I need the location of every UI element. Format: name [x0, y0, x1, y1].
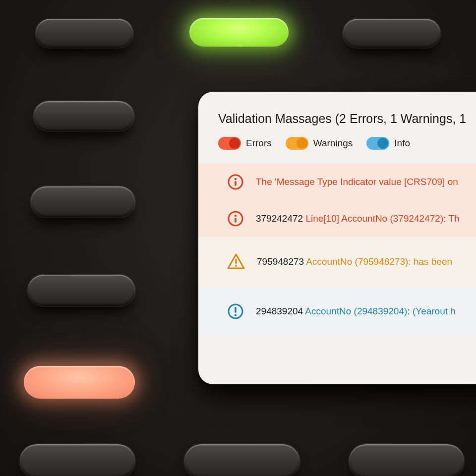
- svg-rect-5: [235, 218, 237, 223]
- message-text: 294839204 AccountNo (294839204): (Yearou…: [256, 306, 476, 317]
- toggle-info[interactable]: Info: [366, 137, 410, 150]
- svg-rect-6: [235, 259, 237, 264]
- info-icon: [226, 302, 245, 320]
- toggle-warnings-label: Warnings: [313, 138, 353, 149]
- message-row-error[interactable]: 379242472 Line[10] AccountNo (379242472)…: [198, 200, 476, 237]
- toggle-errors-label: Errors: [246, 138, 272, 149]
- bg-pill: [31, 186, 135, 217]
- toggle-info-label: Info: [394, 138, 410, 149]
- message-text: The 'Message Type Indicator value [CRS70…: [256, 177, 476, 187]
- panel-title: Validation Massages (2 Errors, 1 Warning…: [218, 112, 476, 126]
- toggle-info-track: [366, 137, 389, 150]
- message-row-info[interactable]: 294839204 AccountNo (294839204): (Yearou…: [198, 287, 476, 336]
- message-row-warning[interactable]: 795948273 AccountNo (795948273): has bee…: [198, 237, 476, 287]
- bg-pill: [34, 101, 134, 131]
- bg-pill: [349, 444, 464, 476]
- toggle-errors-track: [218, 137, 241, 150]
- error-icon: [226, 174, 245, 190]
- svg-point-10: [235, 314, 237, 316]
- svg-rect-9: [235, 307, 237, 313]
- bg-pill: [36, 19, 133, 48]
- bg-pill-lit-coral: [24, 366, 135, 399]
- bg-pill: [343, 19, 440, 48]
- svg-point-7: [235, 265, 237, 267]
- filter-toggles: Errors Warnings Info: [218, 137, 476, 150]
- message-list: The 'Message Type Indicator value [CRS70…: [198, 164, 476, 336]
- svg-rect-2: [235, 181, 237, 186]
- toggle-warnings[interactable]: Warnings: [286, 137, 353, 150]
- toggle-errors[interactable]: Errors: [218, 137, 272, 150]
- error-icon: [226, 210, 245, 227]
- toggle-warnings-track: [286, 137, 308, 150]
- message-row-error[interactable]: The 'Message Type Indicator value [CRS70…: [198, 164, 476, 200]
- bg-pill: [20, 444, 135, 476]
- message-text: 795948273 AccountNo (795948273): has bee…: [257, 256, 476, 267]
- bg-pill: [184, 444, 299, 476]
- warning-icon: [226, 252, 246, 272]
- bg-pill-lit-green: [189, 18, 289, 47]
- validation-messages-panel: Validation Massages (2 Errors, 1 Warning…: [198, 92, 476, 384]
- bg-pill: [28, 275, 135, 306]
- svg-point-4: [235, 215, 237, 217]
- message-text: 379242472 Line[10] AccountNo (379242472)…: [256, 213, 476, 224]
- svg-point-1: [235, 178, 237, 180]
